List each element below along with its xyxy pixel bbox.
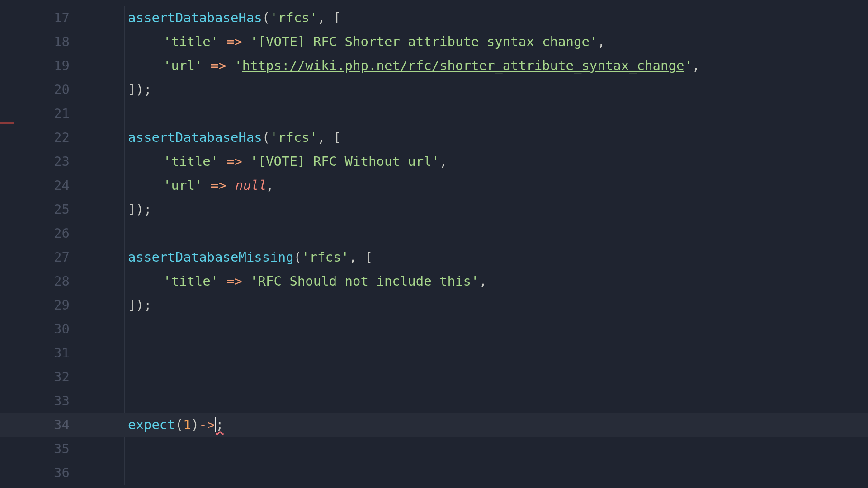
code-line[interactable] bbox=[89, 461, 868, 485]
token-str: ' bbox=[684, 58, 692, 73]
token-fn: assertDatabaseMissing bbox=[128, 249, 294, 265]
code-text-area[interactable]: assertDatabaseHas('rfcs', ['title' => '[… bbox=[89, 0, 868, 488]
code-line[interactable]: 'title' => '[VOTE] RFC Shorter attribute… bbox=[89, 30, 868, 54]
code-editor[interactable]: 1718192021222324252627282930313233343536… bbox=[0, 0, 868, 488]
code-line[interactable]: 'title' => 'RFC Should not include this'… bbox=[89, 269, 868, 293]
code-line[interactable]: ]); bbox=[89, 78, 868, 102]
code-line[interactable]: assertDatabaseHas('rfcs', [ bbox=[89, 6, 868, 30]
token-str: 'rfcs' bbox=[270, 10, 317, 25]
token-str: 'title' bbox=[163, 273, 218, 289]
line-number[interactable]: 33 bbox=[21, 389, 89, 413]
token-punc: , bbox=[479, 273, 486, 289]
code-line[interactable]: assertDatabaseMissing('rfcs', [ bbox=[89, 245, 868, 269]
line-number[interactable]: 36 bbox=[21, 461, 89, 485]
token-str: 'title' bbox=[163, 34, 218, 49]
line-number[interactable]: 27 bbox=[21, 245, 89, 269]
code-line[interactable]: 'title' => '[VOTE] RFC Without url', bbox=[89, 150, 868, 174]
token-punc bbox=[203, 178, 210, 193]
token-str: '[VOTE] RFC Without url' bbox=[250, 154, 439, 169]
indent-guide bbox=[124, 150, 125, 174]
code-line[interactable] bbox=[89, 102, 868, 126]
line-number[interactable]: 25 bbox=[21, 197, 89, 221]
token-str: 'RFC Should not include this' bbox=[250, 273, 479, 289]
code-line[interactable]: 'url' => null, bbox=[89, 174, 868, 197]
line-number[interactable]: 21 bbox=[21, 102, 89, 126]
indent-guide bbox=[124, 293, 125, 317]
code-line[interactable] bbox=[89, 389, 868, 413]
code-line[interactable]: expect(1)->; bbox=[0, 413, 868, 437]
indent-guide bbox=[124, 461, 125, 485]
indent-guide bbox=[124, 54, 125, 78]
indent-guide bbox=[124, 245, 125, 269]
line-number[interactable]: 35 bbox=[21, 437, 89, 461]
indent-guide bbox=[124, 30, 125, 54]
line-number[interactable]: 19 bbox=[21, 54, 89, 78]
indent-guide bbox=[124, 102, 125, 126]
token-str: 'rfcs' bbox=[302, 249, 349, 265]
token-punc bbox=[242, 154, 250, 169]
line-number[interactable]: 17 bbox=[21, 6, 89, 30]
indent-guide bbox=[124, 269, 125, 293]
token-punc bbox=[218, 154, 226, 169]
line-number[interactable]: 29 bbox=[21, 293, 89, 317]
line-number[interactable]: 26 bbox=[21, 221, 89, 245]
code-line[interactable] bbox=[89, 365, 868, 389]
token-arrow: -> bbox=[199, 417, 215, 432]
line-number[interactable]: 20 bbox=[21, 78, 89, 102]
indent-guide bbox=[124, 6, 125, 30]
token-str: '[VOTE] RFC Shorter attribute syntax cha… bbox=[250, 34, 597, 49]
token-punc: ]); bbox=[128, 202, 151, 217]
token-punc bbox=[226, 58, 234, 73]
indent-guide bbox=[124, 78, 125, 102]
code-line[interactable]: ]); bbox=[89, 293, 868, 317]
token-url: https://wiki.php.net/rfc/shorter_attribu… bbox=[242, 58, 684, 73]
token-punc bbox=[226, 178, 234, 193]
code-line[interactable] bbox=[89, 341, 868, 365]
token-str: 'url' bbox=[163, 178, 203, 193]
token-arrow: => bbox=[211, 58, 226, 73]
token-str: ' bbox=[234, 58, 242, 73]
token-str: 'rfcs' bbox=[270, 130, 317, 145]
token-punc bbox=[203, 58, 210, 73]
code-line[interactable]: assertDatabaseHas('rfcs', [ bbox=[89, 126, 868, 150]
code-line[interactable]: ]); bbox=[89, 197, 868, 221]
token-punc: , [ bbox=[317, 10, 341, 25]
token-fn: assertDatabaseHas bbox=[128, 130, 262, 145]
line-number[interactable]: 31 bbox=[21, 341, 89, 365]
line-number[interactable]: 32 bbox=[21, 365, 89, 389]
token-punc: , bbox=[597, 34, 605, 49]
token-punc: , bbox=[692, 58, 700, 73]
indent-guide bbox=[124, 437, 125, 461]
token-str: 'title' bbox=[163, 154, 218, 169]
indent-guide bbox=[124, 174, 125, 197]
indent-guide bbox=[124, 126, 125, 150]
line-number[interactable]: 30 bbox=[21, 317, 89, 341]
token-fn: assertDatabaseHas bbox=[128, 10, 262, 25]
line-number[interactable]: 23 bbox=[21, 150, 89, 174]
token-punc: ( bbox=[175, 417, 183, 432]
line-number[interactable]: 18 bbox=[21, 30, 89, 54]
token-punc bbox=[218, 273, 226, 289]
token-punc: , bbox=[439, 154, 447, 169]
code-line[interactable]: 'url' => 'https://wiki.php.net/rfc/short… bbox=[89, 54, 868, 78]
token-err: ; bbox=[216, 417, 223, 432]
code-line[interactable] bbox=[89, 317, 868, 341]
token-arrow: => bbox=[226, 34, 242, 49]
indent-guide bbox=[124, 221, 125, 245]
indent-guide bbox=[124, 365, 125, 389]
token-punc: , [ bbox=[349, 249, 373, 265]
token-punc: ( bbox=[262, 130, 270, 145]
token-punc bbox=[242, 273, 250, 289]
vcs-deleted-marker bbox=[0, 122, 14, 124]
code-line[interactable] bbox=[89, 221, 868, 245]
code-line[interactable] bbox=[89, 437, 868, 461]
line-number[interactable]: 22 bbox=[21, 126, 89, 150]
token-arrow: => bbox=[211, 178, 226, 193]
token-punc: ]); bbox=[128, 82, 151, 97]
token-punc: ( bbox=[294, 249, 302, 265]
indent-guide bbox=[124, 389, 125, 413]
line-number[interactable]: 28 bbox=[21, 269, 89, 293]
token-punc: ) bbox=[191, 417, 199, 432]
line-number[interactable]: 24 bbox=[21, 174, 89, 197]
token-punc: , bbox=[266, 178, 274, 193]
